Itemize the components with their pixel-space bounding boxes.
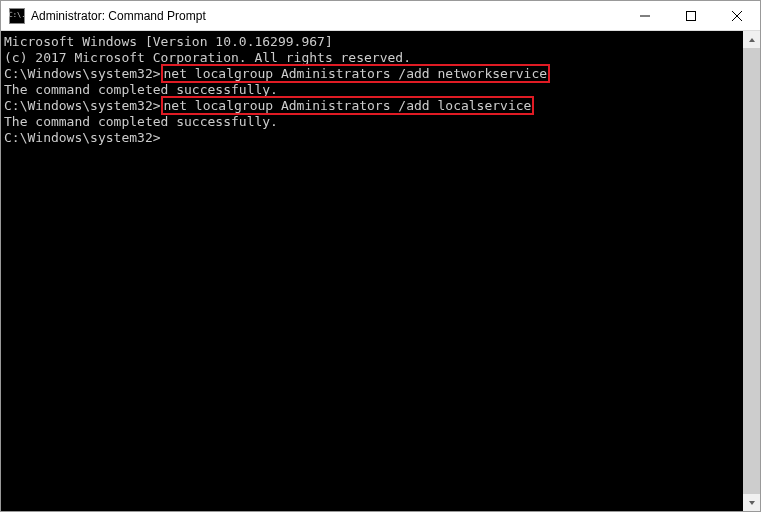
close-button[interactable] xyxy=(714,1,760,30)
version-line: Microsoft Windows [Version 10.0.16299.96… xyxy=(4,34,743,50)
minimize-icon xyxy=(640,11,650,21)
cmd-icon: C:\. xyxy=(9,8,25,24)
minimize-button[interactable] xyxy=(622,1,668,30)
result-line-2: The command completed successfully. xyxy=(4,114,743,130)
prompt-1: C:\Windows\system32> xyxy=(4,66,161,81)
command-line-1: C:\Windows\system32>net localgroup Admin… xyxy=(4,66,743,82)
window-controls xyxy=(622,1,760,30)
scroll-up-button[interactable] xyxy=(743,31,760,48)
titlebar[interactable]: C:\. Administrator: Command Prompt xyxy=(1,1,760,31)
maximize-button[interactable] xyxy=(668,1,714,30)
scroll-thumb[interactable] xyxy=(743,48,760,494)
chevron-down-icon xyxy=(748,499,756,507)
scroll-track[interactable] xyxy=(743,48,760,494)
svg-rect-1 xyxy=(687,11,696,20)
scroll-down-button[interactable] xyxy=(743,494,760,511)
prompt-2: C:\Windows\system32> xyxy=(4,98,161,113)
command-line-2: C:\Windows\system32>net localgroup Admin… xyxy=(4,98,743,114)
close-icon xyxy=(732,11,742,21)
highlighted-command-2: net localgroup Administrators /add local… xyxy=(161,96,535,115)
vertical-scrollbar[interactable] xyxy=(743,31,760,511)
svg-marker-5 xyxy=(749,501,755,505)
cmd-icon-text: C:\. xyxy=(9,12,26,19)
current-prompt-line: C:\Windows\system32> xyxy=(4,130,743,146)
svg-marker-4 xyxy=(749,38,755,42)
terminal-area: Microsoft Windows [Version 10.0.16299.96… xyxy=(1,31,760,511)
prompt-3: C:\Windows\system32> xyxy=(4,130,161,145)
window-title: Administrator: Command Prompt xyxy=(31,9,622,23)
highlighted-command-1: net localgroup Administrators /add netwo… xyxy=(161,64,551,83)
chevron-up-icon xyxy=(748,36,756,44)
maximize-icon xyxy=(686,11,696,21)
terminal-output[interactable]: Microsoft Windows [Version 10.0.16299.96… xyxy=(1,31,743,511)
